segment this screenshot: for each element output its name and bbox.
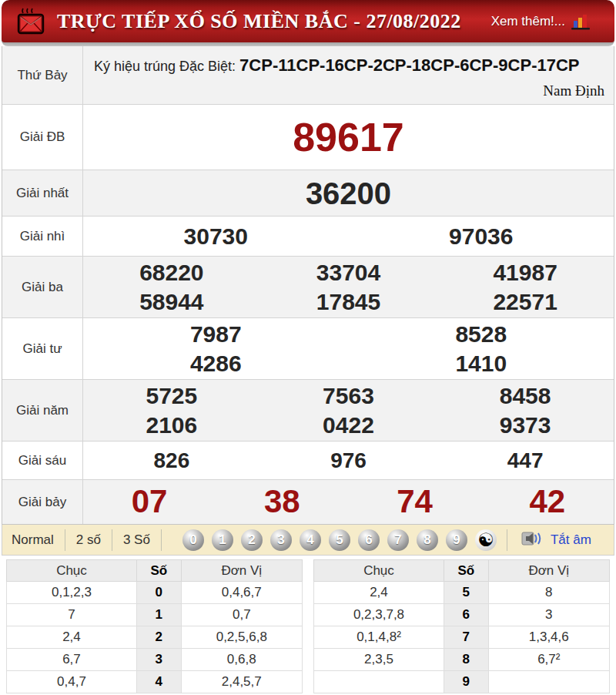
prize-number: 8458 (437, 381, 614, 411)
sign-caption: Ký hiệu trúng Đặc Biệt: (94, 59, 239, 74)
envelope-icon (15, 8, 46, 35)
stats-table-left: Chục Số Đơn Vị 0,1,2,3 0 0,4,6,7 7 1 0,7… (6, 559, 303, 693)
prize-number: 33704 (260, 258, 437, 287)
chuc-cell: 0,1,2,3 (7, 582, 137, 604)
so-cell: 5 (444, 582, 488, 604)
prize-number: 9373 (437, 411, 614, 440)
lottery-widget: TRỰC TIẾP XỔ SỐ MIỀN BẮC - 27/08/2022 Xe… (2, 0, 614, 693)
so-cell: 7 (444, 626, 488, 649)
prize-number: 5725 (83, 381, 260, 411)
stats-header-row: Chục Số Đơn Vị (7, 560, 303, 582)
chuc-cell: 2,4 (7, 626, 137, 649)
digit-ball-7[interactable]: 7 (387, 529, 409, 551)
prize-number: 22571 (437, 287, 614, 317)
chuc-cell: 0,2,3,7,8 (314, 604, 444, 626)
chuc-cell: 6,7 (7, 649, 137, 671)
col-header-chuc: Chục (314, 560, 444, 582)
mode-normal-button[interactable]: Normal (2, 529, 65, 551)
prize-row-bay: Giải bảy 07 38 74 42 (2, 480, 614, 524)
table-row: 7 1 0,7 (7, 604, 303, 626)
stats-section: Chục Số Đơn Vị 0,1,2,3 0 0,4,6,7 7 1 0,7… (2, 556, 614, 693)
prize-number: 17845 (260, 287, 437, 317)
prize-number: 38 (216, 482, 348, 522)
mode-3so-button[interactable]: 3 Số (112, 529, 162, 551)
col-header-donvi: Đơn Vị (488, 560, 609, 582)
prize-row-sau: Giải sáu 826 976 447 (2, 442, 614, 480)
donvi-cell: 2,4,5,7 (181, 671, 302, 693)
prize-number: 36200 (83, 174, 614, 213)
so-cell: 4 (136, 671, 181, 693)
prize-label-nam: Giải năm (2, 380, 83, 441)
so-cell: 6 (444, 604, 488, 626)
prize-row-ba: Giải ba 68220 33704 41987 58944 17845 22… (2, 257, 614, 318)
prize-label-nhi: Giải nhì (2, 217, 83, 256)
prize-row-nhi: Giải nhì 30730 97036 (2, 217, 614, 257)
speaker-icon[interactable] (521, 529, 544, 551)
table-row: 0,2,3,7,8 6 3 (314, 604, 610, 626)
prize-number: 74 (349, 482, 481, 522)
so-cell: 9 (444, 671, 488, 693)
donvi-cell: 0,2,5,6,8 (181, 626, 302, 649)
prize-label-ba: Giải ba (2, 257, 83, 317)
col-header-chuc: Chục (7, 560, 137, 582)
prize-number: 68220 (83, 258, 260, 287)
digit-ball-6[interactable]: 6 (358, 529, 380, 551)
controls-bar: Normal 2 số 3 Số 0 1 2 3 4 5 6 7 8 9 ☯ T… (2, 525, 614, 556)
chuc-cell: 7 (7, 604, 137, 626)
donvi-cell: 6,7² (488, 649, 609, 671)
digit-ball-5[interactable]: 5 (329, 529, 350, 551)
prize-label-db: Giải ĐB (2, 105, 83, 170)
controls-divider (507, 529, 507, 551)
table-row: 0,4,7 4 2,4,5,7 (7, 671, 303, 693)
mute-button[interactable]: Tắt âm (551, 532, 591, 548)
digit-ball-2[interactable]: 2 (241, 529, 263, 551)
donvi-cell: 8 (488, 582, 609, 604)
prize-row-nhat: Giải nhất 36200 (2, 170, 614, 217)
chuc-cell: 2,4 (314, 582, 444, 604)
donvi-cell: 0,7 (181, 604, 302, 626)
prize-number: 97036 (349, 222, 614, 251)
so-cell: 1 (136, 604, 181, 626)
prize-number: 42 (481, 482, 614, 522)
col-header-so: Số (136, 560, 181, 582)
table-row: 0,1,4,8² 7 1,3,4,6 (314, 626, 610, 649)
digit-ball-1[interactable]: 1 (212, 529, 233, 551)
digit-balls: 0 1 2 3 4 5 6 7 8 9 ☯ (179, 529, 500, 551)
prize-number: 4286 (83, 349, 349, 378)
sign-codes: 7CP-11CP-16CP-2CP-18CP-6CP-9CP-17CP (239, 55, 579, 75)
prize-table: Thứ Bảy Ký hiệu trúng Đặc Biệt: 7CP-11CP… (2, 46, 614, 525)
mode-2so-button[interactable]: 2 số (65, 529, 112, 551)
yinyang-ball-icon[interactable]: ☯ (475, 529, 497, 551)
chuc-cell: 0,4,7 (7, 671, 137, 693)
table-row: 0,1,2,3 0 0,4,6,7 (7, 582, 303, 604)
province-name: Nam Định (543, 82, 604, 99)
chuc-cell (314, 671, 444, 693)
so-cell: 2 (136, 626, 181, 649)
so-cell: 3 (136, 649, 181, 671)
prize-number: 8528 (349, 320, 614, 349)
digit-ball-3[interactable]: 3 (270, 529, 292, 551)
chuc-cell: 0,1,4,8² (314, 626, 444, 649)
sign-cell: Ký hiệu trúng Đặc Biệt: 7CP-11CP-16CP-2C… (83, 46, 614, 104)
bar-chart-icon[interactable] (571, 14, 591, 34)
prize-number: 7563 (260, 381, 437, 411)
so-cell: 0 (136, 582, 181, 604)
prize-label-nhat: Giải nhất (2, 170, 83, 216)
see-more-link[interactable]: Xem thêm!... (491, 14, 565, 29)
prize-label-bay: Giải bảy (2, 480, 83, 524)
stats-header-row: Chục Số Đơn Vị (314, 560, 610, 582)
digit-ball-9[interactable]: 9 (446, 529, 467, 551)
prize-number: 30730 (83, 222, 349, 251)
digit-ball-4[interactable]: 4 (300, 529, 321, 551)
prize-number: 41987 (437, 258, 614, 287)
prize-label-sau: Giải sáu (2, 442, 83, 479)
day-label: Thứ Bảy (2, 46, 83, 104)
donvi-cell: 1,3,4,6 (488, 626, 609, 649)
donvi-cell: 3 (488, 604, 609, 626)
donvi-cell: 0,4,6,7 (181, 582, 302, 604)
digit-ball-0[interactable]: 0 (182, 529, 204, 551)
table-row: 9 (314, 671, 610, 693)
digit-ball-8[interactable]: 8 (417, 529, 438, 551)
prize-number: 2106 (83, 411, 260, 440)
col-header-donvi: Đơn Vị (181, 560, 302, 582)
